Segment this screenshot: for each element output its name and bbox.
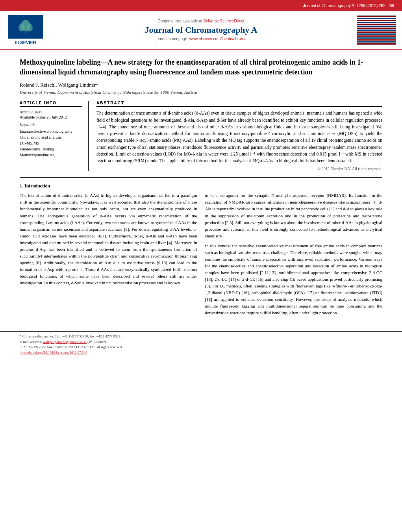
body-col-left: The identification of d-amino acids (d-A… (20, 192, 197, 319)
footer-area: * Corresponding author. Tel.: +43 1 4277… (0, 331, 402, 355)
footnote-email: E-mail address: wolfgang.lindner@univie.… (20, 339, 382, 345)
issn-line: 0021-9673/$ – see front matter © 2012 El… (20, 345, 382, 350)
homepage-prefix: journal homepage: (156, 37, 189, 41)
svg-point-2 (19, 24, 25, 32)
journal-title-display: Journal of Chromatography A (144, 25, 257, 35)
article-info-label: ARTICLE INFO (20, 101, 82, 107)
intro-col2-para1: to be a co-agonist for the synaptic N-me… (205, 192, 383, 239)
top-bar: Journal of Chromatography A, 1269 (2012)… (0, 0, 402, 11)
journal-header: ELSEVIER Contents lists available at Sci… (0, 11, 402, 50)
body-col-right: to be a co-agonist for the synaptic N-me… (205, 192, 383, 319)
history-value: Available online 25 July 2012 (20, 115, 82, 119)
email-label: E-mail address: (20, 340, 43, 344)
intro-col2-para2: In this context the sensitive enantiosel… (205, 243, 383, 317)
homepage-link[interactable]: www.elsevier.com/locate/chroma (189, 37, 246, 41)
section-divider (20, 177, 382, 178)
intro-col1-para1: The identification of d-amino acids (d-A… (20, 192, 197, 286)
keyword-4: Fluorescence labeling (20, 146, 82, 152)
article-info-col: ARTICLE INFO Article history: Available … (20, 101, 89, 171)
cover-stripes (357, 16, 396, 44)
svg-rect-4 (25, 30, 26, 33)
email-name: (W. Lindner). (87, 340, 107, 344)
sciverse-line: Contents lists available at SciVerse Sci… (157, 19, 244, 23)
article-title: Methoxyquinoline labeling—A new strategy… (20, 57, 382, 77)
doi-line: http://dx.doi.org/10.1016/j.chroma.2012.… (20, 350, 382, 356)
email-address[interactable]: wolfgang.lindner@univie.ac.at (43, 340, 87, 344)
keyword-2: Chiral amino acid analysis (20, 134, 82, 140)
page-container: Journal of Chromatography A, 1269 (2012)… (0, 0, 402, 355)
article-area: Methoxyquinoline labeling—A new strategy… (0, 50, 402, 327)
footnote-corresponding: * Corresponding author. Tel.: +43 1 4277… (20, 334, 382, 339)
keyword-1: Enantioselective chromatography (20, 128, 82, 134)
intro-heading: 1. Introduction (20, 183, 382, 189)
elsevier-wordmark: ELSEVIER (15, 40, 36, 45)
abstract-col: ABSTRACT The determination of trace amou… (96, 101, 382, 171)
journal-header-middle: Contents lists available at SciVerse Sci… (51, 11, 351, 49)
journal-cover-image (357, 15, 396, 45)
authors: Roland J. Reischl, Wolfgang Lindner* (20, 82, 382, 88)
journal-citation: Journal of Chromatography A, 1269 (2012)… (303, 4, 394, 8)
sciverse-link[interactable]: SciVerse ScienceDirect (204, 19, 245, 23)
abstract-label: ABSTRACT (96, 101, 382, 107)
article-info-abstract: ARTICLE INFO Article history: Available … (20, 101, 382, 171)
elsevier-logo-icon (14, 18, 37, 36)
svg-point-3 (26, 24, 33, 32)
keyword-5: Methoxyquinoline tag (20, 152, 82, 158)
sciverse-prefix: Contents lists available at (157, 19, 203, 23)
keyword-3: LC–MS/MS (20, 140, 82, 146)
abstract-text: The determination of trace amounts of d-… (96, 110, 382, 164)
journal-cover-area (351, 11, 402, 49)
doi-link[interactable]: http://dx.doi.org/10.1016/j.chroma.2012.… (20, 350, 87, 354)
keywords-list: Enantioselective chromatography Chiral a… (20, 128, 82, 158)
homepage-line: journal homepage: www.elsevier.com/locat… (156, 37, 246, 41)
history-label: Article history: (20, 110, 82, 114)
elsevier-logo: ELSEVIER (0, 11, 51, 49)
body-columns: The identification of d-amino acids (d-A… (20, 192, 382, 319)
elsevier-logo-box (8, 15, 43, 39)
copyright: © 2012 Elsevier B.V. All rights reserved… (96, 167, 382, 171)
affiliation: University of Vienna, Department of Anal… (20, 90, 382, 95)
keywords-label: Keywords: (20, 122, 82, 127)
